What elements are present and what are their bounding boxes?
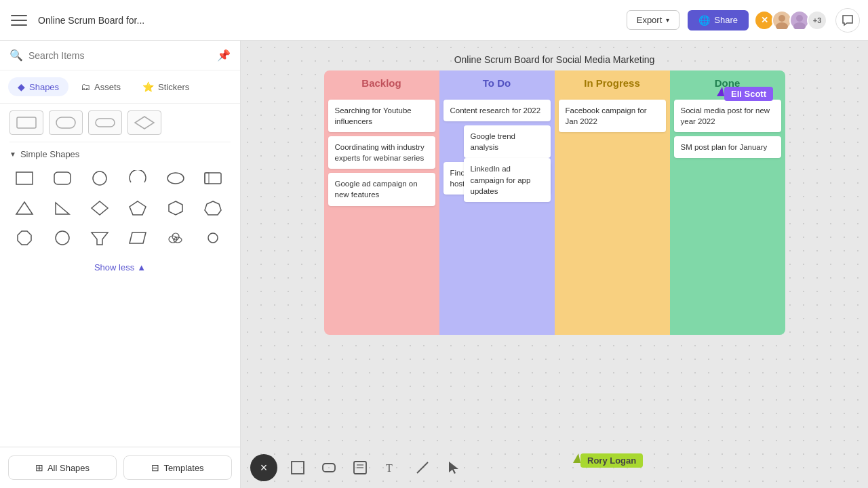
svg-point-3 — [793, 22, 806, 29]
tool-pointer[interactable] — [443, 457, 465, 479]
column-todo: To Do Content research for 2022 Google t… — [439, 70, 555, 335]
shape-circle2[interactable] — [47, 226, 77, 250]
tool-text[interactable]: T — [380, 457, 402, 479]
search-input[interactable] — [28, 50, 212, 61]
shape-rect[interactable] — [9, 166, 39, 190]
svg-point-27 — [208, 233, 218, 243]
tab-stickers[interactable]: ⭐ Stickers — [133, 77, 199, 96]
tab-row: ◆ Shapes 🗂 Assets ⭐ Stickers — [0, 70, 240, 104]
card-todo-1[interactable]: Google trend analysis — [464, 125, 551, 158]
bottom-toolbar: × T — [241, 447, 868, 488]
export-button[interactable]: Export ▾ — [627, 10, 680, 30]
svg-point-24 — [169, 236, 177, 243]
card-inprogress-0[interactable]: Facebook campaign for Jan 2022 — [559, 100, 666, 132]
card-done-0[interactable]: Social media post for new year 2022 — [674, 100, 781, 132]
card-backlog-1[interactable]: Coordinating with industry experts for w… — [328, 136, 435, 169]
tab-shapes[interactable]: ◆ Shapes — [8, 77, 68, 96]
tool-rect[interactable] — [287, 457, 309, 479]
board-title: Online Scrum Board for... — [38, 15, 618, 26]
svg-line-34 — [417, 462, 428, 473]
shape-thumb-rounded[interactable] — [49, 110, 83, 135]
shape-thumb-diamond[interactable] — [127, 110, 161, 135]
share-label: Share — [714, 15, 738, 25]
svg-marker-18 — [169, 201, 182, 215]
column-inprogress: In Progress Facebook campaign for Jan 20… — [555, 70, 670, 335]
shape-parallelogram[interactable] — [123, 226, 153, 250]
col-body-done: Social media post for new year 2022 SM p… — [670, 96, 785, 335]
shape-octagon[interactable] — [9, 226, 39, 250]
shape-heptagon[interactable] — [198, 196, 228, 220]
col-body-inprogress: Facebook campaign for Jan 2022 — [555, 96, 670, 335]
svg-point-1 — [776, 22, 788, 29]
shape-thumb-stadium[interactable] — [88, 110, 122, 135]
board-columns: Backlog Searching for Youtube influencer… — [324, 70, 785, 335]
shape-right-triangle[interactable] — [47, 196, 77, 220]
svg-marker-23 — [130, 232, 146, 243]
shape-ellipse[interactable] — [161, 166, 191, 190]
tool-line[interactable] — [412, 457, 433, 479]
cursor-name-eli: Eli Scott — [724, 87, 773, 101]
shape-hexagon[interactable] — [161, 196, 191, 220]
x-icon: × — [260, 461, 268, 475]
simple-shapes-header[interactable]: ▼ Simple Shapes — [9, 149, 231, 159]
card-backlog-0[interactable]: Searching for Youtube influencers — [328, 100, 435, 132]
templates-button[interactable]: ⊟ Templates — [123, 455, 232, 480]
shape-arc[interactable] — [123, 166, 153, 190]
card-todo-0[interactable]: Content research for 2022 — [443, 100, 551, 121]
svg-marker-19 — [205, 201, 221, 215]
shape-rounded-rect[interactable] — [47, 166, 77, 190]
shape-triangle[interactable] — [9, 196, 39, 220]
svg-marker-20 — [18, 231, 31, 245]
svg-point-11 — [167, 173, 184, 184]
show-less-button[interactable]: Show less ▲ — [9, 258, 231, 277]
shape-diamond-sm[interactable] — [85, 196, 115, 220]
sidebar-bottom: ⊞ All Shapes ⊟ Templates — [0, 447, 240, 488]
svg-rect-6 — [96, 119, 115, 127]
svg-rect-29 — [323, 464, 335, 472]
svg-rect-13 — [205, 173, 209, 184]
svg-marker-22 — [92, 232, 108, 245]
shape-scroll[interactable] — [198, 166, 228, 190]
svg-marker-35 — [449, 462, 458, 474]
search-icon: 🔍 — [9, 49, 23, 62]
svg-marker-16 — [92, 201, 108, 215]
search-bar: 🔍 📌 — [0, 41, 240, 70]
tab-assets[interactable]: 🗂 Assets — [71, 77, 130, 96]
chevron-down-icon: ▾ — [666, 16, 669, 24]
svg-rect-12 — [205, 173, 221, 184]
avatar-count[interactable]: +3 — [807, 10, 827, 30]
sidebar: 🔍 📌 ◆ Shapes 🗂 Assets ⭐ Stickers — [0, 41, 241, 488]
export-label: Export — [637, 15, 663, 25]
card-backlog-2[interactable]: Google ad campaign on new features — [328, 173, 435, 205]
tool-rounded[interactable] — [318, 457, 340, 479]
shape-small-circle[interactable] — [198, 226, 228, 250]
shape-thumb-rect[interactable] — [9, 110, 43, 135]
menu-button[interactable] — [8, 9, 30, 31]
card-done-1[interactable]: SM post plan for January — [674, 136, 781, 158]
canvas[interactable]: Online Scrum Board for Social Media Mark… — [241, 41, 868, 488]
share-button[interactable]: 🌐 Share — [688, 10, 749, 30]
close-button[interactable]: × — [250, 454, 277, 481]
folder-icon: 🗂 — [81, 81, 90, 92]
topbar-right — [835, 8, 860, 33]
svg-rect-28 — [292, 462, 304, 474]
shape-cloud[interactable] — [161, 226, 191, 250]
tool-note[interactable] — [349, 457, 371, 479]
svg-marker-17 — [130, 201, 146, 215]
cursor-eli-scott: Eli Scott — [717, 87, 773, 101]
svg-rect-9 — [54, 172, 71, 184]
template-icon: ⊟ — [151, 462, 159, 473]
star-icon: ⭐ — [142, 81, 154, 92]
column-backlog: Backlog Searching for Youtube influencer… — [324, 70, 439, 335]
svg-text:T: T — [386, 462, 393, 474]
svg-marker-15 — [56, 203, 69, 214]
all-shapes-button[interactable]: ⊞ All Shapes — [8, 455, 117, 480]
chat-button[interactable] — [835, 8, 860, 33]
shape-row-top — [9, 110, 231, 142]
shapes-grid — [9, 166, 231, 250]
shape-funnel[interactable] — [85, 226, 115, 250]
shape-circle[interactable] — [85, 166, 115, 190]
pin-icon[interactable]: 📌 — [217, 49, 231, 62]
card-todo-3[interactable]: LinkedIn ad campaign for app updates — [464, 158, 551, 201]
shape-pentagon[interactable] — [123, 196, 153, 220]
